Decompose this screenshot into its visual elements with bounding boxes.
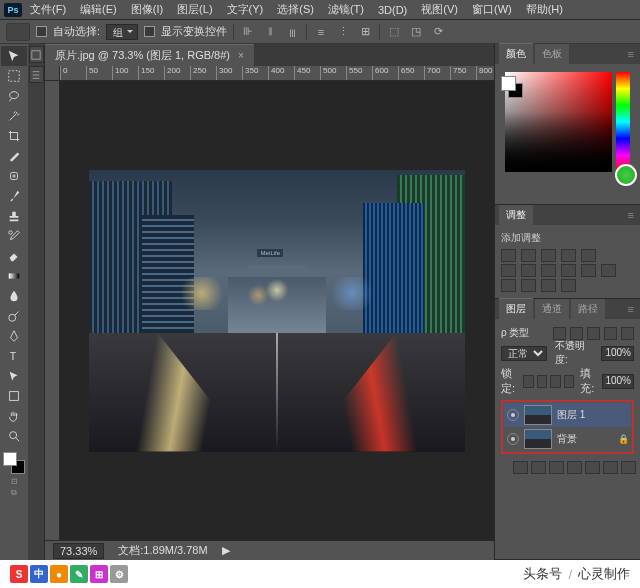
mask-icon[interactable] — [549, 461, 564, 474]
fx-icon[interactable] — [531, 461, 546, 474]
layer-name[interactable]: 背景 — [557, 432, 577, 446]
align-right-icon[interactable]: ⫼ — [284, 24, 300, 40]
quickmask-icon[interactable]: ⊡ — [8, 476, 20, 486]
crop-tool[interactable] — [1, 126, 27, 146]
group-icon[interactable] — [585, 461, 600, 474]
link-layers-icon[interactable] — [513, 461, 528, 474]
shape-tool[interactable] — [1, 386, 27, 406]
layer-name[interactable]: 图层 1 — [557, 408, 585, 422]
ruler-origin[interactable] — [45, 66, 60, 81]
bw-icon[interactable] — [521, 264, 536, 277]
align-center-icon[interactable]: ⫴ — [262, 24, 278, 40]
filter-pixel-icon[interactable] — [553, 327, 566, 340]
menu-layer[interactable]: 图层(L) — [171, 0, 218, 19]
adjustment-layer-icon[interactable] — [567, 461, 582, 474]
menu-type[interactable]: 文字(Y) — [221, 0, 270, 19]
distribute-icon[interactable]: ≡ — [313, 24, 329, 40]
exposure-icon[interactable] — [561, 249, 576, 262]
panel-menu-icon[interactable]: ≡ — [622, 299, 640, 319]
menu-filter[interactable]: 滤镜(T) — [322, 0, 370, 19]
layer-thumb[interactable] — [524, 405, 552, 425]
menu-file[interactable]: 文件(F) — [24, 0, 72, 19]
color-field[interactable] — [505, 72, 612, 172]
filter-type-icon[interactable] — [587, 327, 600, 340]
wand-tool[interactable] — [1, 106, 27, 126]
color-tab[interactable]: 颜色 — [499, 43, 533, 64]
move-tool[interactable] — [1, 46, 27, 66]
layers-tab[interactable]: 图层 — [499, 298, 533, 319]
channel-mixer-icon[interactable] — [561, 264, 576, 277]
layer-item[interactable]: 图层 1 — [504, 403, 631, 427]
brush-tool[interactable] — [1, 186, 27, 206]
properties-panel-icon[interactable] — [29, 66, 44, 83]
taskbar-icon[interactable]: 中 — [30, 565, 48, 583]
status-arrow-icon[interactable]: ▶ — [222, 544, 230, 557]
history-brush-tool[interactable] — [1, 226, 27, 246]
canvas-stage[interactable] — [60, 81, 494, 540]
brightness-icon[interactable] — [501, 249, 516, 262]
filter-shape-icon[interactable] — [604, 327, 617, 340]
eraser-tool[interactable] — [1, 246, 27, 266]
eyedropper-tool[interactable] — [1, 146, 27, 166]
visibility-icon[interactable] — [507, 433, 519, 445]
invert-icon[interactable] — [601, 264, 616, 277]
filter-kind-label[interactable]: ρ 类型 — [501, 326, 529, 340]
history-panel-icon[interactable] — [29, 46, 44, 63]
menu-image[interactable]: 图像(I) — [125, 0, 169, 19]
tool-preset-icon[interactable] — [6, 23, 30, 41]
swatches-tab[interactable]: 色板 — [535, 44, 569, 64]
dodge-tool[interactable] — [1, 306, 27, 326]
screenmode-icon[interactable]: ⧉ — [8, 488, 20, 498]
3d-mode-icon[interactable]: ⬚ — [386, 24, 402, 40]
path-select-tool[interactable] — [1, 366, 27, 386]
document-tab[interactable]: 原片.jpg @ 73.3% (图层 1, RGB/8#) × — [45, 44, 254, 66]
pen-tool[interactable] — [1, 326, 27, 346]
taskbar-icon[interactable]: ⚙ — [110, 565, 128, 583]
curves-icon[interactable] — [541, 249, 556, 262]
color-swatch[interactable] — [3, 452, 25, 474]
menu-view[interactable]: 视图(V) — [415, 0, 464, 19]
menu-3d[interactable]: 3D(D) — [372, 2, 413, 18]
lock-pos-icon[interactable] — [550, 375, 560, 388]
auto-select-checkbox[interactable] — [36, 26, 47, 37]
lock-all-icon[interactable] — [564, 375, 574, 388]
3d-mode-icon[interactable]: ⟳ — [430, 24, 446, 40]
distribute-icon[interactable]: ⊞ — [357, 24, 373, 40]
zoom-level[interactable]: 73.33% — [53, 543, 104, 559]
taskbar-icon[interactable]: ✎ — [70, 565, 88, 583]
3d-mode-icon[interactable]: ◳ — [408, 24, 424, 40]
marquee-tool[interactable] — [1, 66, 27, 86]
blend-mode-select[interactable]: 正常 — [501, 346, 547, 361]
threshold-icon[interactable] — [521, 279, 536, 292]
align-left-icon[interactable]: ⊪ — [240, 24, 256, 40]
ruler-vertical[interactable] — [45, 81, 60, 540]
gradient-tool[interactable] — [1, 266, 27, 286]
lasso-tool[interactable] — [1, 86, 27, 106]
channels-tab[interactable]: 通道 — [535, 299, 569, 319]
taskbar-icon[interactable]: S — [10, 565, 28, 583]
paths-tab[interactable]: 路径 — [571, 299, 605, 319]
hue-icon[interactable] — [501, 264, 516, 277]
panel-menu-icon[interactable]: ≡ — [622, 205, 640, 225]
ruler-horizontal[interactable]: 0501001502002503003504004505005506006507… — [60, 66, 494, 81]
menu-edit[interactable]: 编辑(E) — [74, 0, 123, 19]
type-tool[interactable]: T — [1, 346, 27, 366]
opacity-value[interactable]: 100% — [601, 346, 634, 361]
close-tab-icon[interactable]: × — [238, 50, 244, 61]
hand-tool[interactable] — [1, 406, 27, 426]
zoom-tool[interactable] — [1, 426, 27, 446]
filter-smart-icon[interactable] — [621, 327, 634, 340]
layer-thumb[interactable] — [524, 429, 552, 449]
filter-adj-icon[interactable] — [570, 327, 583, 340]
selective-color-icon[interactable] — [561, 279, 576, 292]
taskbar-icon[interactable]: ● — [50, 565, 68, 583]
posterize-icon[interactable] — [501, 279, 516, 292]
heal-tool[interactable] — [1, 166, 27, 186]
photo-filter-icon[interactable] — [541, 264, 556, 277]
vibrance-icon[interactable] — [581, 249, 596, 262]
fg-bg-swatch[interactable] — [501, 76, 523, 98]
blur-tool[interactable] — [1, 286, 27, 306]
distribute-icon[interactable]: ⋮ — [335, 24, 351, 40]
gradient-map-icon[interactable] — [541, 279, 556, 292]
hue-slider[interactable] — [616, 72, 630, 172]
